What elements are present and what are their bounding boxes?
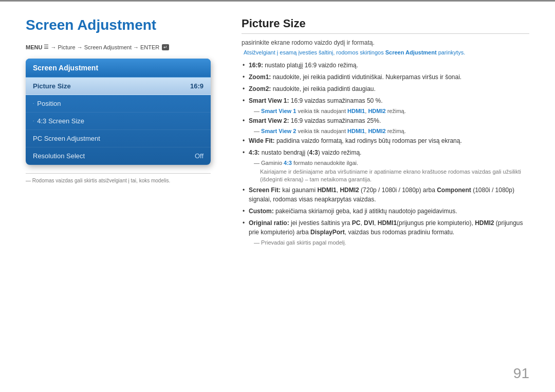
page-number: 91 [513, 365, 529, 382]
panel-item-picture-size[interactable]: Picture Size 16:9 [26, 78, 211, 95]
item-value-resolution-select: Off [195, 152, 203, 160]
or-displayport: DisplayPort [310, 229, 345, 236]
item-label-smart-view-2: Smart View 2: [249, 117, 289, 124]
item-label-43-screen-size: · 4:3 Screen Size [33, 117, 84, 125]
sub-note-sv2-label: Smart View 2 [261, 128, 296, 134]
list-item-smart-view-1: Smart View 1: 16:9 vaizdas sumažinamas 5… [242, 96, 529, 105]
list-item-original-ratio: Original ratio: jei įvesties šaltinis yr… [242, 218, 529, 237]
item-label-zoom2: Zoom2: [249, 85, 271, 92]
panel-item-resolution-select[interactable]: Resolution Select Off [26, 147, 211, 165]
item-label-smart-view-1: Smart View 1: [249, 97, 289, 104]
item-bold-43: 4:3 [309, 149, 318, 156]
menu-icon: ☰ [44, 44, 49, 50]
item-value-picture-size: 16:9 [190, 82, 203, 90]
sf-hdmi2: HDMI2 [340, 186, 359, 194]
item-label-43: 4:3: [249, 149, 260, 156]
sub-note-sv1-hdmi2: HDMI2 [368, 108, 385, 114]
or-dvi: DVI [364, 219, 374, 227]
bullet-list: 16:9: nustato platųjį 16:9 vaizdo režimą… [242, 61, 529, 246]
or-pc: PC [352, 219, 361, 227]
arrow-2: → [77, 44, 83, 50]
sub-note-43-label: 4:3 [284, 160, 292, 166]
right-column: Picture Size pasirinkite ekrane rodomo v… [242, 17, 529, 377]
screen-panel: Screen Adjustment Picture Size 16:9 · Po… [26, 59, 211, 165]
intro-text: pasirinkite ekrane rodomo vaizdo dydį ir… [242, 39, 529, 46]
section-title: Picture Size [242, 17, 529, 34]
dot-43-screen-size: · [33, 119, 34, 123]
or-hdmi1: HDMI1 [378, 219, 397, 227]
enter-icon: ↵ [162, 44, 169, 50]
item-label-original-ratio: Original ratio: [249, 219, 289, 227]
item-label-169: 16:9: [249, 62, 263, 69]
item-label-zoom1: Zoom1: [249, 73, 271, 81]
item-label-wide-fit: Wide Fit: [249, 137, 275, 144]
arrow-3: → [133, 44, 139, 50]
sub-note-smart-view-1: Smart View 1 veikia tik naudojant HDMI1,… [242, 108, 529, 114]
list-item-zoom1: Zoom1: naudokite, jei reikia padidinti v… [242, 72, 529, 82]
sub-note-original-ratio: Prievadai gali skirtis pagal modelį. [242, 239, 529, 246]
list-item-wide-fit: Wide Fit: padidina vaizdo formatą, kad r… [242, 136, 529, 145]
arrow-1: → [50, 44, 56, 50]
list-item-43: 4:3: nustato bendrąjį (4:3) vaizdo režim… [242, 148, 529, 157]
item-label-position: · Position [33, 100, 61, 107]
left-column: Screen Adjustment MENU ☰ → Picture → Scr… [26, 17, 211, 377]
sub-note-sv2-hdmi1: HDMI1 [347, 128, 365, 134]
sub-note-43-detail: Kairiajame ir dešiniajame arba viršutini… [242, 168, 529, 184]
sf-hdmi1: HDMI1 [317, 186, 336, 194]
item-label-pc-screen-adjustment: PC Screen Adjustment [33, 135, 100, 142]
item-label-screen-fit: Screen Fit: [249, 186, 281, 194]
menu-keyword: MENU [26, 44, 42, 50]
or-hdmi2: HDMI2 [475, 219, 494, 227]
page-container: Screen Adjustment MENU ☰ → Picture → Scr… [0, 0, 555, 392]
sub-note-smart-view-2: Smart View 2 veikia tik naudojant HDMI1,… [242, 128, 529, 134]
panel-item-pc-screen-adjustment[interactable]: PC Screen Adjustment [26, 130, 211, 147]
menu-item-screen-adjustment: Screen Adjustment [84, 44, 132, 50]
menu-label-enter: ENTER [140, 44, 159, 50]
note-bold: Screen Adjustment [385, 49, 437, 55]
panel-item-43-screen-size[interactable]: · 4:3 Screen Size [26, 113, 211, 130]
note-line: Atsižvelgiant į esamą įvesties šaltinį, … [242, 49, 529, 55]
menu-item-picture: Picture [58, 44, 75, 50]
sub-note-43: Gaminio 4:3 formato nenaudokite ilgai. [242, 160, 529, 166]
list-item-zoom2: Zoom2: naudokite, jei reikia padidinti d… [242, 84, 529, 94]
dot-position: · [33, 101, 34, 106]
sf-component: Component [437, 186, 471, 194]
list-item-custom: Custom: pakeičiama skiriamoji geba, kad … [242, 207, 529, 216]
item-label-custom: Custom: [249, 208, 274, 215]
panel-item-position[interactable]: · Position [26, 95, 211, 113]
list-item-169: 16:9: nustato platųjį 16:9 vaizdo režimą… [242, 61, 529, 70]
content-area: Screen Adjustment MENU ☰ → Picture → Scr… [0, 2, 555, 392]
list-item-smart-view-2: Smart View 2: 16:9 vaizdas sumažinamas 2… [242, 116, 529, 125]
panel-header: Screen Adjustment [26, 59, 211, 78]
sub-note-sv2-hdmi2: HDMI2 [368, 128, 385, 134]
menu-path: MENU ☰ → Picture → Screen Adjustment → E… [26, 44, 211, 50]
list-item-screen-fit: Screen Fit: kai gaunami HDMI1, HDMI2 (72… [242, 185, 529, 204]
bottom-note: Rodomas vaizdas gali skirtis atsižvelgia… [26, 173, 211, 183]
sub-note-sv1-hdmi1: HDMI1 [347, 108, 365, 114]
item-label-resolution-select: Resolution Select [33, 152, 85, 160]
sub-note-sv1-label: Smart View 1 [261, 108, 296, 114]
page-title: Screen Adjustment [26, 17, 211, 33]
item-label-picture-size: Picture Size [33, 82, 71, 90]
